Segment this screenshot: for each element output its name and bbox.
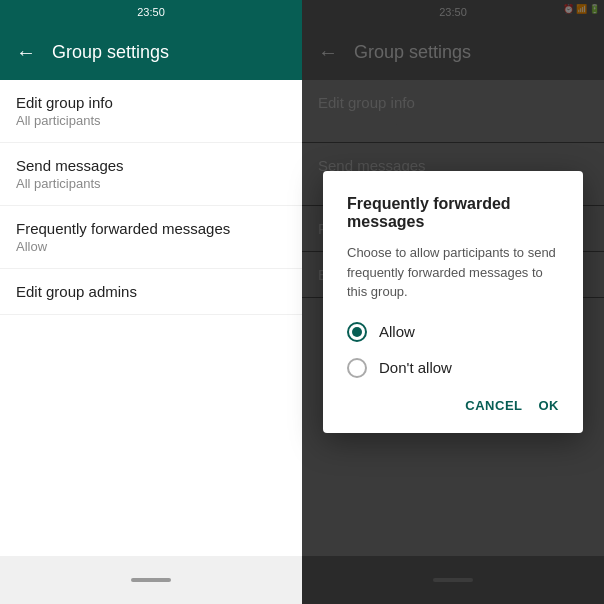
item-title: Send messages (16, 157, 286, 174)
right-panel: 23:50 ⏰ 📶 🔋 ← Group settings Edit group … (302, 0, 604, 604)
item-title: Edit group info (16, 94, 286, 111)
cancel-button[interactable]: CANCEL (465, 394, 522, 417)
radio-circle-allow (347, 322, 367, 342)
bottom-nav-left (0, 556, 302, 604)
toolbar-title-left: Group settings (52, 42, 169, 63)
dialog-actions: CANCEL OK (347, 394, 559, 417)
radio-circle-dontallow (347, 358, 367, 378)
item-title: Edit group admins (16, 283, 286, 300)
list-item[interactable]: Send messages All participants (0, 143, 302, 206)
status-bar-left: 23:50 ⏰ 📶 🔋 (0, 0, 302, 24)
dialog: Frequently forwarded messages Choose to … (323, 171, 583, 433)
dialog-title: Frequently forwarded messages (347, 195, 559, 231)
ok-button[interactable]: OK (539, 394, 560, 417)
dialog-overlay: Frequently forwarded messages Choose to … (302, 0, 604, 604)
back-button-left[interactable]: ← (16, 41, 36, 64)
toolbar-left: ← Group settings (0, 24, 302, 80)
item-sub: All participants (16, 113, 286, 128)
radio-inner-allow (352, 327, 362, 337)
settings-list-left: Edit group info All participants Send me… (0, 80, 302, 556)
radio-allow[interactable]: Allow (347, 322, 559, 342)
radio-label-dontallow: Don't allow (379, 359, 452, 376)
list-item[interactable]: Edit group admins (0, 269, 302, 315)
dialog-description: Choose to allow participants to send fre… (347, 243, 559, 302)
radio-dontallow[interactable]: Don't allow (347, 358, 559, 378)
time-left: 23:50 (137, 6, 165, 18)
item-sub: All participants (16, 176, 286, 191)
radio-label-allow: Allow (379, 323, 415, 340)
list-item[interactable]: Edit group info All participants (0, 80, 302, 143)
left-panel: 23:50 ⏰ 📶 🔋 ← Group settings Edit group … (0, 0, 302, 604)
item-sub: Allow (16, 239, 286, 254)
nav-pill (131, 578, 171, 582)
list-item[interactable]: Frequently forwarded messages Allow (0, 206, 302, 269)
item-title: Frequently forwarded messages (16, 220, 286, 237)
